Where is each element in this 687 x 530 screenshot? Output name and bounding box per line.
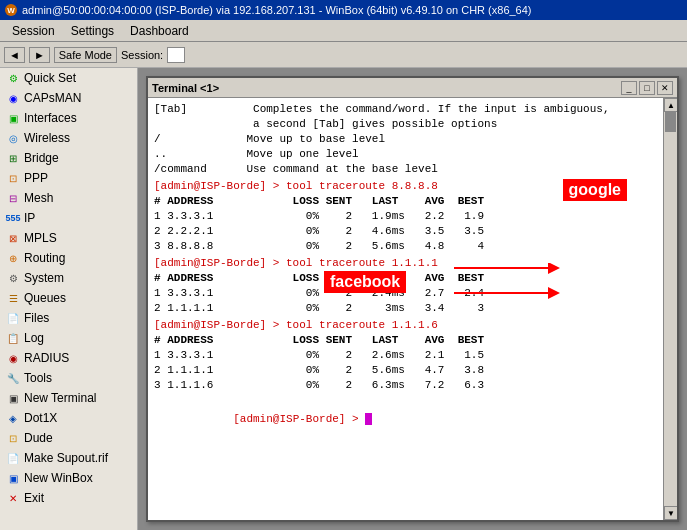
sidebar-label-supout: Make Supout.rif — [24, 451, 108, 465]
sidebar-label-dot1x: Dot1X — [24, 411, 57, 425]
back-button[interactable]: ◄ — [4, 47, 25, 63]
scroll-down-button[interactable]: ▼ — [664, 506, 677, 520]
sidebar-item-tools[interactable]: 🔧 Tools — [0, 368, 137, 388]
sidebar-item-mpls[interactable]: ⊠ MPLS — [0, 228, 137, 248]
traceroute1-row1: 1 3.3.3.1 0% 2 1.9ms 2.2 1.9 — [154, 209, 657, 224]
cursor — [365, 413, 372, 425]
terminal-prompt-line: [admin@ISP-Borde] > — [154, 397, 657, 442]
terminal-titlebar: Terminal <1> _ □ ✕ — [148, 78, 677, 98]
main-layout: ⚙ Quick Set ◉ CAPsMAN ▣ Interfaces ◎ Wir… — [0, 68, 687, 530]
capsman-icon: ◉ — [6, 91, 20, 105]
sidebar-label-system: System — [24, 271, 64, 285]
menu-settings[interactable]: Settings — [63, 22, 122, 40]
sidebar-item-exit[interactable]: ✕ Exit — [0, 488, 137, 508]
help-slash-line: / Move up to base level — [154, 132, 657, 147]
safe-mode-button[interactable]: Safe Mode — [54, 47, 117, 63]
sidebar-item-ip[interactable]: 555 IP — [0, 208, 137, 228]
terminal-container: Terminal <1> _ □ ✕ [Tab] Completes the c… — [138, 68, 687, 530]
tools-icon: 🔧 — [6, 371, 20, 385]
sidebar-label-bridge: Bridge — [24, 151, 59, 165]
sidebar-label-radius: RADIUS — [24, 351, 69, 365]
scroll-up-button[interactable]: ▲ — [664, 98, 677, 112]
sidebar-label-capsman: CAPsMAN — [24, 91, 81, 105]
menu-session[interactable]: Session — [4, 22, 63, 40]
sidebar-label-wireless: Wireless — [24, 131, 70, 145]
app-icon: W — [4, 3, 18, 17]
help-tab-line2: a second [Tab] gives possible options — [154, 117, 657, 132]
scrollbar[interactable]: ▲ ▼ — [663, 98, 677, 520]
menu-dashboard[interactable]: Dashboard — [122, 22, 197, 40]
sidebar-item-bridge[interactable]: ⊞ Bridge — [0, 148, 137, 168]
terminal-minimize-button[interactable]: _ — [621, 81, 637, 95]
help-tab-line: [Tab] Completes the command/word. If the… — [154, 102, 657, 117]
radius-icon: ◉ — [6, 351, 20, 365]
traceroute3-row1: 1 3.3.3.1 0% 2 2.6ms 2.1 1.5 — [154, 348, 657, 363]
sidebar-label-mesh: Mesh — [24, 191, 53, 205]
scroll-track — [664, 112, 677, 506]
title-text: admin@50:00:00:04:00:00 (ISP-Borde) via … — [22, 4, 532, 16]
sidebar-item-log[interactable]: 📋 Log — [0, 328, 137, 348]
sidebar-item-queues[interactable]: ☰ Queues — [0, 288, 137, 308]
sidebar-label-dude: Dude — [24, 431, 53, 445]
google-label: google — [563, 179, 627, 201]
files-icon: 📄 — [6, 311, 20, 325]
traceroute3-row3: 3 1.1.1.6 0% 2 6.3ms 7.2 6.3 — [154, 378, 657, 393]
toolbar: ◄ ► Safe Mode Session: — [0, 42, 687, 68]
session-input[interactable] — [167, 47, 185, 63]
supout-icon: 📄 — [6, 451, 20, 465]
dot1x-icon: ◈ — [6, 411, 20, 425]
traceroute3-cmd: [admin@ISP-Borde] > tool traceroute 1.1.… — [154, 318, 657, 333]
dude-icon: ⊡ — [6, 431, 20, 445]
sidebar-item-routing[interactable]: ⊕ Routing — [0, 248, 137, 268]
bridge-icon: ⊞ — [6, 151, 20, 165]
sidebar-label-quickset: Quick Set — [24, 71, 76, 85]
interfaces-icon: ▣ — [6, 111, 20, 125]
terminal-maximize-button[interactable]: □ — [639, 81, 655, 95]
sidebar-item-supout[interactable]: 📄 Make Supout.rif — [0, 448, 137, 468]
terminal-body[interactable]: [Tab] Completes the command/word. If the… — [148, 98, 663, 520]
sidebar-item-wireless[interactable]: ◎ Wireless — [0, 128, 137, 148]
sidebar-item-system[interactable]: ⚙ System — [0, 268, 137, 288]
sidebar-label-log: Log — [24, 331, 44, 345]
help-command-line: /command Use command at the base level — [154, 162, 657, 177]
sidebar-label-interfaces: Interfaces — [24, 111, 77, 125]
system-icon: ⚙ — [6, 271, 20, 285]
sidebar-label-tools: Tools — [24, 371, 52, 385]
ppp-icon: ⊡ — [6, 171, 20, 185]
forward-button[interactable]: ► — [29, 47, 50, 63]
sidebar-item-ppp[interactable]: ⊡ PPP — [0, 168, 137, 188]
new-terminal-icon: ▣ — [6, 391, 20, 405]
sidebar-label-new-winbox: New WinBox — [24, 471, 93, 485]
terminal-prompt: [admin@ISP-Borde] > — [233, 413, 365, 425]
sidebar-item-files[interactable]: 📄 Files — [0, 308, 137, 328]
sidebar-label-mpls: MPLS — [24, 231, 57, 245]
new-winbox-icon: ▣ — [6, 471, 20, 485]
sidebar-item-capsman[interactable]: ◉ CAPsMAN — [0, 88, 137, 108]
terminal-close-button[interactable]: ✕ — [657, 81, 673, 95]
sidebar: ⚙ Quick Set ◉ CAPsMAN ▣ Interfaces ◎ Wir… — [0, 68, 138, 530]
terminal-window: Terminal <1> _ □ ✕ [Tab] Completes the c… — [146, 76, 679, 522]
queues-icon: ☰ — [6, 291, 20, 305]
scroll-thumb[interactable] — [665, 112, 676, 132]
sidebar-label-ppp: PPP — [24, 171, 48, 185]
sidebar-item-dot1x[interactable]: ◈ Dot1X — [0, 408, 137, 428]
log-icon: 📋 — [6, 331, 20, 345]
sidebar-item-dude[interactable]: ⊡ Dude — [0, 428, 137, 448]
arrow-svg — [454, 263, 574, 303]
traceroute2-row2-container: 2 1.1.1.1 0% 2 3ms 3.4 3 — [154, 301, 657, 316]
sidebar-item-radius[interactable]: ◉ RADIUS — [0, 348, 137, 368]
sidebar-item-mesh[interactable]: ⊟ Mesh — [0, 188, 137, 208]
terminal-title: Terminal <1> — [152, 82, 219, 94]
sidebar-item-new-terminal[interactable]: ▣ New Terminal — [0, 388, 137, 408]
sidebar-item-interfaces[interactable]: ▣ Interfaces — [0, 108, 137, 128]
traceroute1-row2: 2 2.2.2.1 0% 2 4.6ms 3.5 3.5 — [154, 224, 657, 239]
traceroute3-header: # ADDRESS LOSS SENT LAST AVG BEST — [154, 333, 657, 348]
sidebar-item-quickset[interactable]: ⚙ Quick Set — [0, 68, 137, 88]
traceroute3-container: [admin@ISP-Borde] > tool traceroute 1.1.… — [154, 318, 657, 393]
routing-icon: ⊕ — [6, 251, 20, 265]
sidebar-label-routing: Routing — [24, 251, 65, 265]
quickset-icon: ⚙ — [6, 71, 20, 85]
sidebar-item-new-winbox[interactable]: ▣ New WinBox — [0, 468, 137, 488]
facebook-label-container: facebook — [324, 271, 406, 293]
mpls-icon: ⊠ — [6, 231, 20, 245]
